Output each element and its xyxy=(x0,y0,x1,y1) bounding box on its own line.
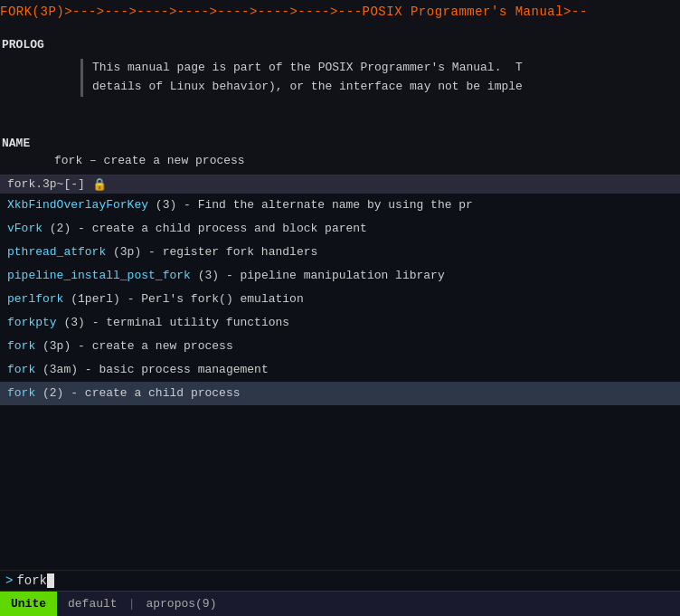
completion-item[interactable]: fork (2) - create a child process xyxy=(0,382,680,405)
completion-item-section: (3) xyxy=(148,198,176,212)
completion-item[interactable]: pthread_atfork (3p) - register fork hand… xyxy=(0,241,680,264)
completion-item-name: pipeline_install_post_fork xyxy=(7,269,191,282)
tab-separator: | xyxy=(128,597,136,611)
man-content: PROLOG This manual page is part of the P… xyxy=(0,24,680,175)
completion-item-section: (3am) xyxy=(35,363,78,376)
completion-item[interactable]: fork (3p) - create a new process xyxy=(0,335,680,358)
prolog-sidebar xyxy=(80,59,83,97)
completion-item-name: fork xyxy=(7,339,35,353)
completion-area: XkbFindOverlayForKey (3) - Find the alte… xyxy=(0,194,680,570)
completion-item-desc: terminal utility functions xyxy=(106,316,289,329)
completion-item-section: (2) xyxy=(35,386,63,400)
input-prompt: > xyxy=(5,573,13,588)
completion-item-section: (1perl) xyxy=(63,292,119,306)
completion-item-name: pthread_atfork xyxy=(7,245,106,259)
status-filename: fork.3p~[-] xyxy=(7,177,85,191)
terminal-window: FORK(3P)>--->--->---->---->---->---->---… xyxy=(0,0,680,616)
completion-item-name: forkpty xyxy=(7,316,57,329)
completion-item-section: (3p) xyxy=(35,339,71,353)
completion-item-name: fork xyxy=(7,386,35,400)
header-text: FORK(3P)>--->--->---->---->---->---->---… xyxy=(0,5,588,19)
prolog-text: This manual page is part of the POSIX Pr… xyxy=(92,59,523,97)
input-line[interactable]: > fork xyxy=(0,570,680,591)
completion-item-desc: create a child process xyxy=(85,386,241,400)
completion-item[interactable]: perlfork (1perl) - Perl's fork() emulati… xyxy=(0,288,680,311)
completion-item-name: fork xyxy=(7,363,35,376)
prolog-heading: PROLOG xyxy=(0,38,680,52)
lock-icon: 🔒 xyxy=(92,177,107,192)
completion-item-desc: basic process management xyxy=(99,363,268,376)
man-page-area: PROLOG This manual page is part of the P… xyxy=(0,24,680,175)
completion-item-section: (3p) xyxy=(106,245,141,259)
completion-item-section: (3) xyxy=(57,316,85,329)
tab-bar: Unite default | apropos(9) xyxy=(0,591,680,616)
name-entry: fork – create a new process xyxy=(0,154,680,167)
name-heading: NAME xyxy=(0,137,680,150)
prolog-line-2: details of Linux behavior), or the inter… xyxy=(92,78,523,97)
completion-item-desc: create a new process xyxy=(92,339,233,353)
tab-default[interactable]: default xyxy=(57,592,128,616)
status-bar: fork.3p~[-] 🔒 xyxy=(0,175,680,194)
prolog-line-1: This manual page is part of the POSIX Pr… xyxy=(92,59,523,78)
tab-apropos[interactable]: apropos(9) xyxy=(135,592,227,616)
completion-item-desc: create a child process and block parent xyxy=(92,222,367,235)
completion-item[interactable]: vFork (2) - create a child process and b… xyxy=(0,217,680,241)
tab-unite[interactable]: Unite xyxy=(0,592,57,616)
completion-item-desc: Perl's fork() emulation xyxy=(141,292,303,306)
completion-item[interactable]: forkpty (3) - terminal utility functions xyxy=(0,311,680,335)
completion-item-name: perlfork xyxy=(7,292,63,306)
completion-item[interactable]: fork (3am) - basic process management xyxy=(0,358,680,382)
completion-item-desc: register fork handlers xyxy=(163,245,318,259)
cursor xyxy=(47,573,54,588)
completion-item-desc: Find the alternate name by using the pr xyxy=(198,198,473,212)
completion-item-section: (3) xyxy=(191,269,219,282)
completion-item[interactable]: XkbFindOverlayForKey (3) - Find the alte… xyxy=(0,194,680,217)
prolog-block: This manual page is part of the POSIX Pr… xyxy=(0,55,680,100)
completion-item-section: (2) xyxy=(42,222,71,235)
completion-item[interactable]: pipeline_install_post_fork (3) - pipelin… xyxy=(0,264,680,288)
input-text: fork xyxy=(16,573,47,588)
completion-item-name: XkbFindOverlayForKey xyxy=(7,198,148,212)
man-page-header: FORK(3P)>--->--->---->---->---->---->---… xyxy=(0,0,680,24)
completion-item-name: vFork xyxy=(7,222,42,235)
completion-item-desc: pipeline manipulation library xyxy=(240,269,444,282)
